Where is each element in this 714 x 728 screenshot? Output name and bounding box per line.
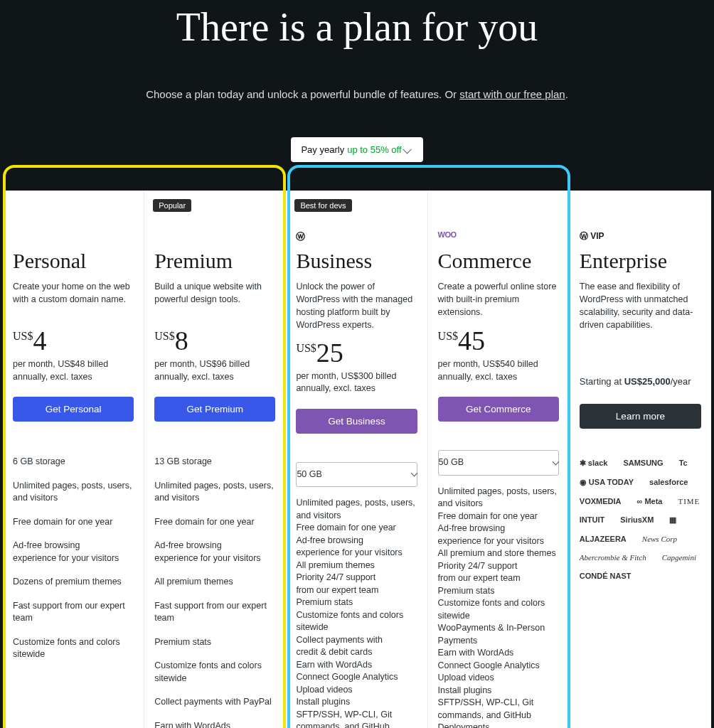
- plan-desc: Create your home on the web with a custo…: [13, 280, 134, 320]
- learn-more-button[interactable]: Learn more: [580, 404, 701, 429]
- feature-item: Premium stats: [296, 596, 417, 609]
- wordpress-icon: ⓦ: [296, 230, 305, 243]
- feature-item: Customize fonts and colors sitewide: [154, 654, 275, 690]
- feature-item: Upload videos: [438, 672, 559, 685]
- brand-logo: SiriusXM: [620, 515, 654, 524]
- plan-premium: Popular Premium Build a unique website w…: [144, 191, 286, 728]
- feature-item: Collect payments with credit & debit car…: [296, 634, 417, 659]
- get-premium-button[interactable]: Get Premium: [154, 397, 275, 422]
- feature-item: Unlimited pages, posts, users, and visit…: [296, 497, 417, 522]
- feature-list: 6 GB storageUnlimited pages, posts, user…: [13, 450, 134, 667]
- plan-name: Enterprise: [580, 249, 701, 273]
- feature-item: Unlimited pages, posts, users, and visit…: [13, 474, 134, 510]
- feature-item: 6 GB storage: [13, 450, 134, 474]
- feature-item: Ad-free browsing experience for your vis…: [438, 523, 559, 547]
- plan-personal: Personal Create your home on the web wit…: [3, 191, 144, 728]
- brand-logo: VOXMEDIA: [580, 497, 622, 505]
- feature-item: Earn with WordAds: [154, 714, 275, 729]
- price-note: per month, US$540 billed annually, excl.…: [438, 358, 559, 384]
- feature-item: Collect payments with PayPal: [154, 690, 275, 714]
- enterprise-logos: ✱ slackSAMSUNGTc◉ USA TODAYsalesforceVOX…: [580, 459, 701, 580]
- feature-item: Fast support from our expert team: [154, 594, 275, 631]
- hero-subtitle: Choose a plan today and unlock a powerfu…: [0, 88, 714, 100]
- feature-item: Ad-free browsing experience for your vis…: [296, 535, 417, 560]
- feature-item: Install plugins: [438, 685, 559, 697]
- feature-item: Free domain for one year: [438, 510, 559, 523]
- feature-item: Install plugins: [296, 696, 417, 709]
- brand-logo: ▦: [669, 515, 676, 525]
- feature-item: Fast support from our expert team: [13, 594, 134, 631]
- get-commerce-button[interactable]: Get Commerce: [438, 397, 559, 422]
- brand-logo: ALJAZEERA: [580, 535, 627, 543]
- price-note: per month, US$48 billed annually, excl. …: [13, 358, 134, 384]
- feature-item: Upload videos: [296, 684, 417, 697]
- feature-item: Customize fonts and colors sitewide: [438, 597, 559, 622]
- feature-item: SFTP/SSH, WP-CLI, Git commands, and GitH…: [296, 709, 417, 729]
- feature-item: Free domain for one year: [296, 522, 417, 535]
- plan-price: US$ 8: [154, 327, 275, 354]
- chevron-down-icon: [410, 470, 417, 477]
- brand-logo: INTUIT: [580, 515, 604, 524]
- brand-logo: Abercrombie & Fitch: [580, 553, 646, 562]
- feature-list: 50 GB Unlimited pages, posts, users, and…: [438, 450, 559, 728]
- plan-enterprise: Ⓦ VIP Enterprise The ease and flexibilit…: [570, 191, 711, 728]
- feature-item: Customize fonts and colors sitewide: [13, 631, 134, 667]
- brand-logo: Tc: [679, 459, 688, 467]
- plan-business: Best for devs ⓦ Business Unlock the powe…: [286, 191, 427, 728]
- feature-item: Unlimited pages, posts, users, and visit…: [154, 474, 275, 510]
- get-personal-button[interactable]: Get Personal: [13, 397, 134, 422]
- feature-item: Earn with WordAds: [438, 647, 559, 660]
- billing-toggle[interactable]: Pay yearly up to 55% off: [291, 137, 422, 162]
- plan-name: Commerce: [438, 249, 559, 273]
- price-note: per month, US$96 billed annually, excl. …: [154, 358, 275, 384]
- plan-commerce: WOO Commerce Create a powerful online st…: [428, 191, 570, 728]
- brand-logo: News Corp: [642, 535, 677, 543]
- page-title: There is a plan for you: [0, 0, 714, 50]
- plan-price: US$ 4: [13, 327, 134, 354]
- brand-logo: ✱ slack: [580, 459, 608, 468]
- storage-select[interactable]: 50 GB: [438, 450, 559, 476]
- enterprise-price: Starting at US$25,000/year: [580, 376, 701, 387]
- feature-list: 13 GB storageUnlimited pages, posts, use…: [154, 450, 275, 728]
- get-business-button[interactable]: Get Business: [296, 409, 417, 434]
- feature-item: All premium themes: [154, 570, 275, 594]
- pricing-table: Personal Create your home on the web wit…: [0, 191, 714, 728]
- plan-name: Premium: [154, 249, 275, 273]
- feature-item: Earn with WordAds: [296, 659, 417, 672]
- plan-desc: Build a unique website with powerful des…: [154, 280, 275, 320]
- brand-logo: ◉ USA TODAY: [580, 478, 634, 487]
- billing-label: Pay yearly: [301, 144, 344, 155]
- chevron-down-icon: [403, 144, 412, 154]
- feature-item: Priority 24/7 support from our expert te…: [296, 572, 417, 596]
- billing-discount: up to 55% off: [347, 144, 401, 155]
- feature-item: All premium and store themes: [438, 547, 559, 560]
- storage-select[interactable]: 50 GB: [296, 462, 417, 488]
- brand-logo: Capgemini: [662, 553, 696, 562]
- popular-badge: Popular: [153, 199, 191, 212]
- plan-price: US$ 25: [296, 339, 417, 366]
- feature-item: Premium stats: [438, 585, 559, 598]
- feature-item: Connect Google Analytics: [438, 660, 559, 673]
- feature-item: Unlimited pages, posts, users, and visit…: [438, 486, 559, 510]
- brand-logo: CONDÉ NAST: [580, 572, 632, 580]
- feature-item: Free domain for one year: [154, 510, 275, 535]
- chevron-down-icon: [552, 458, 559, 465]
- feature-item: Ad-free browsing experience for your vis…: [13, 534, 134, 570]
- brand-logo: salesforce: [649, 478, 688, 486]
- feature-item: Free domain for one year: [13, 510, 134, 535]
- feature-item: Dozens of premium themes: [13, 570, 134, 594]
- plan-name: Business: [296, 249, 417, 273]
- brand-logo: SAMSUNG: [623, 459, 663, 467]
- feature-item: SFTP/SSH, WP-CLI, Git commands, and GitH…: [438, 697, 559, 728]
- plan-name: Personal: [13, 249, 134, 273]
- feature-item: Premium stats: [154, 631, 275, 655]
- hero-section: There is a plan for you Choose a plan to…: [0, 0, 714, 191]
- feature-item: Ad-free browsing experience for your vis…: [154, 534, 275, 570]
- free-plan-link[interactable]: start with our free plan: [459, 88, 565, 100]
- feature-item: Customize fonts and colors sitewide: [296, 609, 417, 634]
- plan-desc: Create a powerful online store with buil…: [438, 280, 559, 320]
- plan-price: US$ 45: [438, 327, 559, 354]
- brand-logo: TIME: [678, 497, 700, 505]
- woo-icon: WOO: [438, 230, 457, 243]
- wpvip-icon: Ⓦ VIP: [580, 230, 604, 243]
